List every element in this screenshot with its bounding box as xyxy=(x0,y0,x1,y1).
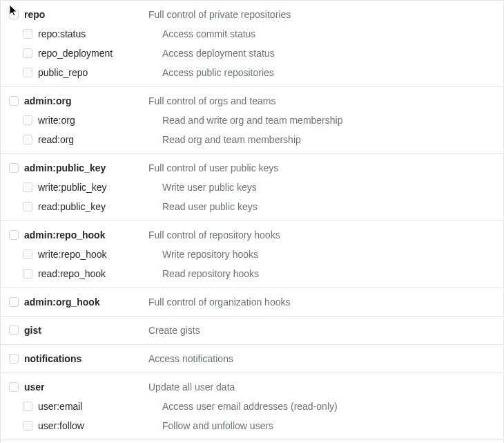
scope-checkbox-admin-public-key[interactable] xyxy=(9,163,19,173)
scope-group-notifications: notificationsAccess notifications xyxy=(1,344,503,373)
scope-label: repo:status xyxy=(38,27,162,41)
scope-group-admin-org: admin:orgFull control of orgs and teamsw… xyxy=(1,86,503,153)
scope-group-user: userUpdate all user datauser:emailAccess… xyxy=(1,373,503,440)
scope-checkbox-user[interactable] xyxy=(9,382,19,392)
scope-checkbox-user-email[interactable] xyxy=(23,402,32,411)
scope-desc: Follow and unfollow users xyxy=(162,419,273,433)
scope-row-write-public-key: write:public_keyWrite user public keys xyxy=(1,178,503,197)
scope-row-read-public-key: read:public_keyRead user public keys xyxy=(1,197,503,216)
scope-desc: Read org and team membership xyxy=(162,133,301,147)
scope-label: admin:org_hook xyxy=(24,295,148,309)
scope-checkbox-read-repo-hook[interactable] xyxy=(23,269,32,279)
scope-desc: Access deployment status xyxy=(162,46,275,60)
scope-desc: Full control of repository hooks xyxy=(148,228,280,242)
scope-row-user-follow: user:followFollow and unfollow users xyxy=(1,416,503,435)
scope-checkbox-public-repo[interactable] xyxy=(23,68,32,77)
scope-desc: Full control of private repositories xyxy=(148,8,291,21)
scope-row-read-repo-hook: read:repo_hookRead repository hooks xyxy=(1,264,503,283)
scope-label: user:follow xyxy=(38,419,162,433)
scope-desc: Write repository hooks xyxy=(162,247,258,261)
checkbox-cell xyxy=(14,202,38,211)
scope-checkbox-admin-repo-hook[interactable] xyxy=(9,230,19,240)
checkbox-cell xyxy=(1,163,24,173)
checkbox-cell xyxy=(1,230,24,240)
scope-checkbox-read-org[interactable] xyxy=(23,135,32,144)
scope-row-admin-org-hook: admin:org_hookFull control of organizati… xyxy=(1,292,503,312)
checkbox-cell xyxy=(14,182,38,192)
scope-checkbox-notifications[interactable] xyxy=(9,354,19,364)
scope-group-admin-repo-hook: admin:repo_hookFull control of repositor… xyxy=(1,220,503,288)
scope-row-read-org: read:orgRead org and team membership xyxy=(1,130,503,149)
checkbox-cell xyxy=(14,135,38,144)
scope-desc: Update all user data xyxy=(148,380,235,394)
scope-checkbox-write-org[interactable] xyxy=(23,115,32,125)
scope-label: write:org xyxy=(38,113,162,127)
scope-desc: Access public repositories xyxy=(162,66,274,79)
scope-label: repo xyxy=(24,8,148,21)
checkbox-cell xyxy=(1,354,24,364)
scope-group-repo: repoFull control of private repositories… xyxy=(1,0,503,86)
scope-label: user xyxy=(24,380,148,394)
scope-group-gist: gistCreate gists xyxy=(1,316,503,344)
scope-row-user: userUpdate all user data xyxy=(1,377,503,397)
scope-group-delete-repo: delete_repoDelete repositories xyxy=(1,440,503,443)
scope-label: write:repo_hook xyxy=(38,247,162,261)
scope-row-gist: gistCreate gists xyxy=(1,321,503,340)
checkbox-cell xyxy=(1,326,24,335)
checkbox-cell xyxy=(14,48,38,58)
scope-row-repo-deployment: repo_deploymentAccess deployment status xyxy=(1,44,503,63)
checkbox-cell xyxy=(14,29,38,39)
scope-row-admin-org: admin:orgFull control of orgs and teams xyxy=(1,91,503,111)
scope-row-admin-public-key: admin:public_keyFull control of user pub… xyxy=(1,158,503,178)
scope-checkbox-gist[interactable] xyxy=(9,326,19,335)
checkbox-cell xyxy=(14,68,38,77)
checkbox-cell xyxy=(14,402,38,411)
scope-row-write-org: write:orgRead and write org and team mem… xyxy=(1,111,503,130)
scope-label: notifications xyxy=(24,352,148,366)
scope-label: user:email xyxy=(38,399,162,413)
scope-checkbox-admin-org[interactable] xyxy=(9,96,19,106)
scope-label: admin:repo_hook xyxy=(24,228,148,242)
scope-checkbox-write-repo-hook[interactable] xyxy=(23,249,32,259)
scope-label: admin:org xyxy=(24,94,148,108)
checkbox-cell xyxy=(1,297,24,307)
scope-label: gist xyxy=(24,323,148,337)
scope-list: repoFull control of private repositories… xyxy=(0,0,504,443)
scope-desc: Access notifications xyxy=(148,352,233,366)
scope-label: read:repo_hook xyxy=(38,267,162,281)
scope-desc: Create gists xyxy=(148,323,200,337)
checkbox-cell xyxy=(14,421,38,431)
scope-row-admin-repo-hook: admin:repo_hookFull control of repositor… xyxy=(1,225,503,245)
checkbox-cell xyxy=(14,249,38,259)
scope-row-repo-status: repo:statusAccess commit status xyxy=(1,24,503,44)
checkbox-cell xyxy=(14,115,38,125)
scope-checkbox-user-follow[interactable] xyxy=(23,421,32,431)
scope-checkbox-read-public-key[interactable] xyxy=(23,202,32,211)
scope-checkbox-admin-org-hook[interactable] xyxy=(9,297,19,307)
scope-checkbox-repo-deployment[interactable] xyxy=(23,48,32,58)
checkbox-cell xyxy=(14,269,38,279)
scope-label: repo_deployment xyxy=(38,46,162,60)
scope-checkbox-repo-status[interactable] xyxy=(23,29,32,39)
scope-desc: Access commit status xyxy=(162,27,255,41)
scope-label: admin:public_key xyxy=(24,161,148,175)
checkbox-cell xyxy=(1,96,24,106)
scope-row-repo: repoFull control of private repositories xyxy=(1,5,503,24)
scope-label: public_repo xyxy=(38,66,162,79)
scope-desc: Read repository hooks xyxy=(162,267,259,281)
scope-label: write:public_key xyxy=(38,180,162,194)
scope-desc: Full control of organization hooks xyxy=(148,295,290,309)
scope-desc: Access user email addresses (read-only) xyxy=(162,399,338,413)
scope-label: read:public_key xyxy=(38,200,162,214)
scope-row-user-email: user:emailAccess user email addresses (r… xyxy=(1,397,503,416)
checkbox-cell xyxy=(1,10,24,19)
scope-desc: Full control of orgs and teams xyxy=(148,94,275,108)
scope-group-admin-public-key: admin:public_keyFull control of user pub… xyxy=(1,153,503,220)
scope-desc: Read user public keys xyxy=(162,200,258,214)
scope-row-public-repo: public_repoAccess public repositories xyxy=(1,63,503,82)
checkbox-cell xyxy=(1,382,24,392)
scope-group-admin-org-hook: admin:org_hookFull control of organizati… xyxy=(1,288,503,316)
scope-checkbox-write-public-key[interactable] xyxy=(23,182,32,192)
scope-row-notifications: notificationsAccess notifications xyxy=(1,349,503,368)
scope-checkbox-repo[interactable] xyxy=(9,10,19,19)
